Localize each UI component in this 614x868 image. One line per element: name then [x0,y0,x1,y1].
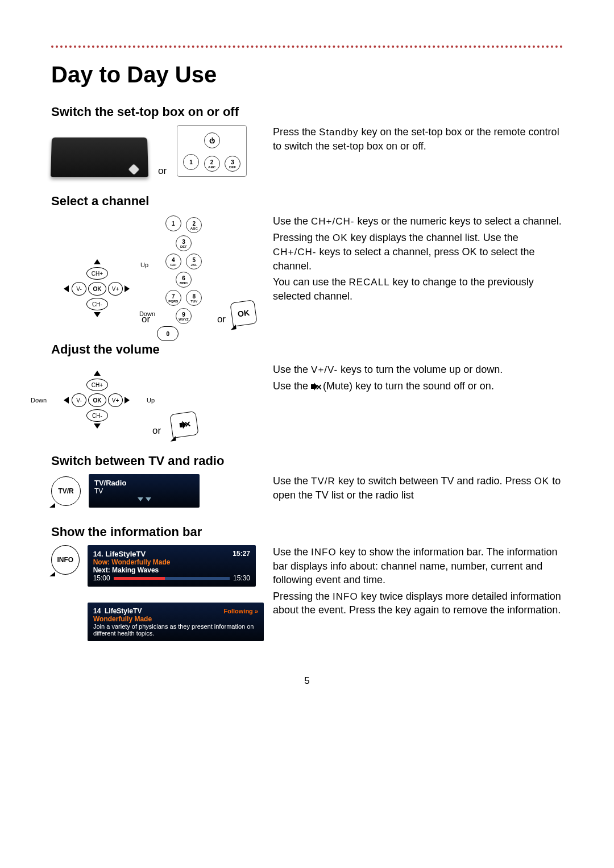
settop-box-image [51,138,148,177]
osd-infobar: 15:27 14. LifeStyleTV Now: Wonderfully M… [88,545,256,587]
standby-key: Standby [319,127,358,138]
power-icon: ⏻ [204,132,220,148]
heading-tvradio: Switch between TV and radio [51,454,563,468]
v-minus: V- [72,282,86,296]
arrow-right-icon [125,285,130,292]
or-label: or [158,165,167,177]
dpad-diagram: CH+ CH- V- V+ OK Up Down [51,251,136,325]
key-2: 2ABC [186,217,202,233]
volume-text: Use the V+/V- keys to turn the volume up… [273,363,563,395]
heading-info: Show the information bar [51,525,563,539]
key-1: 1 [183,154,199,170]
dotted-rule [51,45,563,48]
ok-center: OK [88,282,106,296]
key-2: 2ABC [204,156,220,172]
mute-button-icon: ✕ [169,411,198,438]
v-minus: V- [72,393,86,407]
standby-graphics: or ⏻ 1 2ABC 3DEF [51,125,256,177]
tvradio-text: Use the TV/R key to switch between TV an… [273,474,563,504]
mute-icon: ✕ [179,420,189,429]
ch-minus: CH- [86,409,108,422]
channel-text: Use the CH+/CH- keys or the numeric keys… [273,214,563,305]
v-plus: V+ [108,282,123,296]
label-up: Up [140,261,148,268]
osd-tvradio: TV/Radio TV [89,474,200,508]
page-number: 5 [51,675,563,687]
arrow-up-icon [94,259,101,264]
or-label: or [217,314,226,325]
numeric-keypad: 1 2ABC 3DEF 4GHI 5JKL 6MNO 7PQRS 8TUV 9W… [156,214,211,325]
mute-icon: ✕ [311,383,320,391]
dpad-diagram: CH+ CH- V- V+ OK Down Up [51,363,142,437]
label-up: Up [147,397,155,404]
heading-volume: Adjust the volume [51,342,563,357]
key-9: 9WXYZ [176,308,192,324]
heading-channel: Select a channel [51,194,563,209]
channel-graphics: CH+ CH- V- V+ OK Up Down or 1 2ABC 3DEF [51,214,256,325]
info-graphics: INFO 15:27 14. LifeStyleTV Now: Wonderfu… [51,545,256,641]
remote-power-fragment: ⏻ 1 2ABC 3DEF [177,125,247,177]
ok-center: OK [88,393,106,407]
key-6: 6MNO [176,272,192,288]
volume-graphics: CH+ CH- V- V+ OK Down Up or ✕ [51,363,256,437]
arrow-left-icon [64,397,69,404]
or-label: or [152,425,161,437]
key-4: 4GHI [165,254,181,269]
label-down: Down [139,310,155,317]
arrow-left-icon [64,285,69,292]
arrow-right-icon [125,397,130,404]
arrow-up-icon [94,371,101,376]
ch-minus: CH- [86,298,108,310]
page-title: Day to Day Use [51,62,563,88]
arrow-down-icon [94,423,101,429]
tvradio-graphics: TV/R TV/Radio TV [51,474,256,508]
label-down: Down [31,397,47,404]
key-3: 3DEF [176,235,192,251]
key-0: 0 [157,326,179,341]
key-1: 1 [165,215,181,231]
ch-plus: CH+ [86,267,108,280]
key-7: 7PQRS [165,290,181,306]
v-plus: V+ [108,393,123,407]
key-3: 3DEF [225,156,240,172]
info-text: Use the INFO key to show the information… [273,545,563,620]
ok-button-icon: OK [230,300,257,327]
ch-plus: CH+ [86,379,108,391]
tvr-key-icon: TV/R [51,476,81,506]
heading-standby: Switch the set-top box on or off [51,105,563,119]
info-key-icon: INFO [51,545,80,575]
standby-text: Press the Standby key on the set-top box… [273,125,563,155]
key-8: 8TUV [186,290,202,306]
key-5: 5JKL [186,254,202,269]
osd-detail: 14 LifeStyleTV Following » Wonderfully M… [88,603,264,641]
arrow-down-icon [94,312,101,317]
